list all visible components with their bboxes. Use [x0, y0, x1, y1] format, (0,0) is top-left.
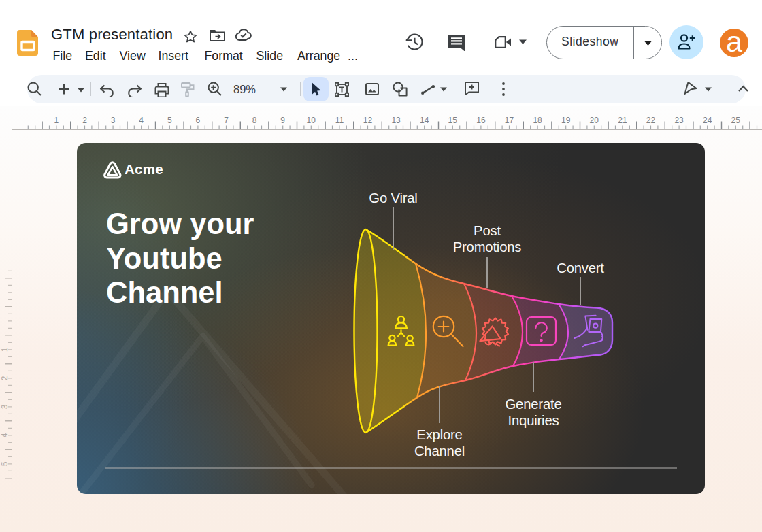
svg-text:Convert: Convert — [557, 261, 604, 276]
svg-text:Promotions: Promotions — [453, 239, 522, 254]
svg-text:Post: Post — [474, 223, 501, 238]
svg-text:Grow your: Grow your — [106, 207, 254, 240]
svg-text:Inquiries: Inquiries — [508, 413, 559, 428]
svg-text:Youtube: Youtube — [106, 242, 222, 275]
svg-text:Channel: Channel — [414, 444, 465, 459]
svg-text:Go Viral: Go Viral — [369, 190, 417, 205]
svg-text:Acme: Acme — [125, 161, 163, 177]
svg-text:Explore: Explore — [416, 427, 462, 442]
svg-text:Channel: Channel — [106, 276, 223, 309]
svg-text:Generate: Generate — [506, 397, 562, 412]
